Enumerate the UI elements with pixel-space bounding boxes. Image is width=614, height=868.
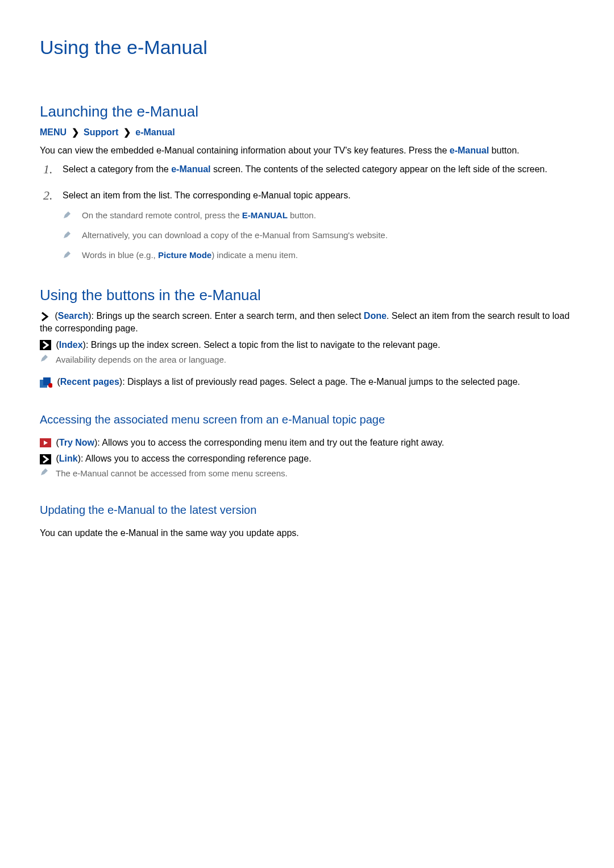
step-text-pre: Select a category from the [63,164,171,174]
intro-pre: You can view the embedded e-Manual conta… [40,146,450,155]
note-item: Availability depends on the area or lang… [56,354,574,366]
chevron-right-icon: ❯ [72,127,79,137]
note-pre: Alternatively, you can download a copy o… [82,230,388,240]
feature-label: Index [59,340,83,350]
intro-kw: e-Manual [450,146,489,155]
feature-desc: ): Displays a list of previously read pa… [119,377,520,387]
breadcrumb: MENU ❯ Support ❯ e-Manual [40,126,574,139]
feature-label: Search [58,311,88,321]
feature-desc: ): Allows you to access the correspondin… [94,438,444,447]
feature-desc-pre: ): Brings up the index screen. Select a … [83,340,441,350]
feature-link: (Link): Allows you to access the corresp… [40,452,574,479]
note-text: The e-Manual cannot be accessed from som… [56,468,288,478]
note-item: Alternatively, you can download a copy o… [63,229,574,241]
steps-list: 1. Select a category from the e-Manual s… [40,163,574,261]
breadcrumb-emanual: e-Manual [135,127,175,137]
note-pre: Words in blue (e.g., [82,250,158,260]
note-post: ) indicate a menu item. [211,250,298,260]
feature-desc-pre: ): Brings up the search screen. Enter a … [88,311,364,321]
search-chevron-icon [40,312,50,322]
index-icon [40,340,51,350]
step-kw: e-Manual [171,164,210,174]
note-pre: On the standard remote control, press th… [82,210,242,220]
pencil-icon [63,250,72,259]
feature-label: Recent pages [60,377,119,387]
step-number: 2. [43,187,53,205]
step-text-post: screen. The contents of the selected cat… [211,164,547,174]
note-text: Availability depends on the area or lang… [56,355,226,364]
subsection-title: Updating the e-Manual to the latest vers… [40,502,574,518]
svg-rect-0 [40,340,51,350]
note-post: button. [288,210,316,220]
recent-pages-icon [40,377,52,388]
feature-recent: (Recent pages): Displays a list of previ… [40,376,574,388]
note-item: The e-Manual cannot be accessed from som… [56,467,574,479]
breadcrumb-menu: MENU [40,127,67,137]
feature-desc: ): Allows you to access the correspondin… [78,454,312,463]
try-now-icon [40,438,51,447]
note-kw: Picture Mode [158,250,211,260]
intro-post: button. [489,146,519,155]
pencil-icon [40,467,49,476]
section-title: Using the buttons in the e-Manual [40,285,574,305]
breadcrumb-support: Support [84,127,118,137]
feature-try-now: (Try Now): Allows you to access the corr… [40,437,574,449]
chevron-right-icon: ❯ [123,127,131,137]
feature-done: Done [364,311,387,321]
note-kw: E-MANUAL [242,210,288,220]
feature-label: Try Now [59,438,94,447]
pencil-icon [40,354,49,363]
link-icon [40,454,51,464]
feature-search: (Search): Brings up the search screen. E… [40,310,574,335]
step-item: 1. Select a category from the e-Manual s… [40,163,574,176]
note-item: On the standard remote control, press th… [63,209,574,221]
note-list: On the standard remote control, press th… [63,209,574,261]
section-title: Launching the e-Manual [40,101,574,122]
subsection-title: Accessing the associated menu screen fro… [40,412,574,427]
update-paragraph: You can update the e-Manual in the same … [40,527,574,539]
page-title: Using the e-Manual [40,34,574,61]
feature-index: (Index): Brings up the index screen. Sel… [40,339,574,366]
pencil-icon [63,230,72,239]
step-item: 2. Select an item from the list. The cor… [40,189,574,260]
intro-paragraph: You can view the embedded e-Manual conta… [40,144,574,157]
step-text-pre: Select an item from the list. The corres… [63,190,351,200]
note-item: Words in blue (e.g., Picture Mode) indic… [63,249,574,261]
svg-rect-6 [40,454,51,464]
feature-label: Link [59,454,78,463]
pencil-icon [63,210,72,219]
step-number: 1. [43,161,53,178]
